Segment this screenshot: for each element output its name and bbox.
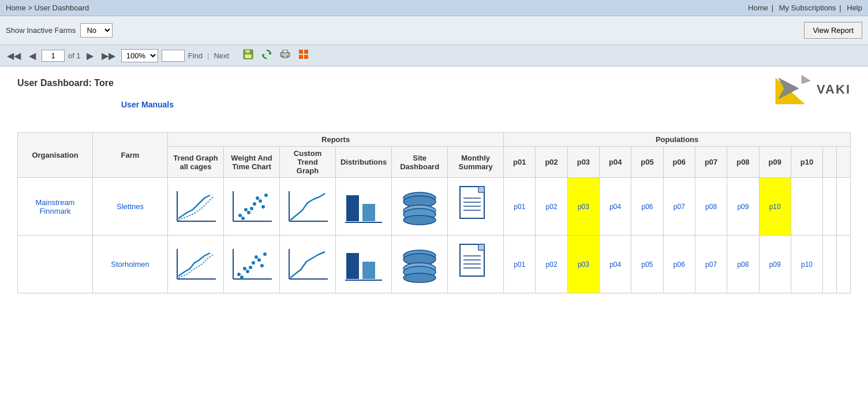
svg-point-25 <box>261 205 265 209</box>
pop-link-s-02[interactable]: p02 <box>546 203 558 211</box>
pop-link-st-09[interactable]: p09 <box>769 261 781 269</box>
pop-col-3: p03 <box>567 147 599 178</box>
zoom-select[interactable]: 50% 75% 100% 125% 150% 200% <box>121 49 158 62</box>
farm-cell: Slettnes <box>93 178 168 236</box>
svg-point-56 <box>252 261 255 265</box>
custom-trend-cell-2[interactable] <box>280 236 336 293</box>
pop-cell-s-07[interactable]: p07 <box>663 178 695 236</box>
pop-link-s-07[interactable]: p07 <box>674 203 685 211</box>
pop-cell-s-03[interactable]: p03 <box>567 178 599 236</box>
bar-chart-icon-1 <box>341 184 387 230</box>
nav-home[interactable]: Home <box>748 3 768 12</box>
sub-header-weight-time: Weight And Time Chart <box>224 147 280 178</box>
pop-cell-st-02[interactable]: p02 <box>536 236 567 293</box>
pop-cell-st-03[interactable]: p03 <box>567 236 599 293</box>
pop-link-s-08[interactable]: p08 <box>705 203 717 211</box>
nav-subscriptions[interactable]: My Subscriptions <box>779 3 836 12</box>
svg-rect-12 <box>304 55 308 59</box>
save-icon <box>243 49 253 59</box>
monthly-summary-cell-2[interactable] <box>448 236 504 293</box>
save-icon-button[interactable] <box>241 48 256 63</box>
pop-link-st-06[interactable]: p06 <box>674 261 685 269</box>
org-cell-2 <box>18 236 93 293</box>
header-row: User Dashboard: Tore User Manuals VAKI <box>17 78 851 126</box>
trend-graph-icon-1 <box>173 184 219 230</box>
pop-cell-st-01[interactable]: p01 <box>504 236 536 293</box>
pop-cell-st-05[interactable]: p05 <box>631 236 663 293</box>
org-name: Mainstream Finnmark <box>36 198 75 215</box>
pop-cell-st-06[interactable]: p06 <box>663 236 695 293</box>
breadcrumb-home[interactable]: Home <box>6 3 26 12</box>
svg-rect-9 <box>299 50 303 54</box>
pop-link-st-07[interactable]: p07 <box>705 261 717 269</box>
svg-rect-44 <box>478 187 484 192</box>
inactive-farms-select[interactable]: No Yes <box>80 23 113 38</box>
pop-col-1: p01 <box>504 147 536 178</box>
refresh-icon <box>261 49 272 59</box>
trend-all-cages-cell-2[interactable] <box>168 236 224 293</box>
last-page-button[interactable]: ▶▶ <box>99 49 118 62</box>
pop-cell-st-04[interactable]: p04 <box>600 236 631 293</box>
print-icon <box>280 49 290 59</box>
svg-point-55 <box>246 270 249 273</box>
data-table: Organisation Farm Reports Populations Tr… <box>17 132 851 293</box>
site-dashboard-cell-2[interactable] <box>392 236 448 293</box>
print-icon-button[interactable] <box>278 48 293 63</box>
pop-cell-st-07[interactable]: p07 <box>695 236 727 293</box>
trend-all-cages-cell-1[interactable] <box>168 178 224 236</box>
custom-trend-cell-1[interactable] <box>280 178 336 236</box>
pop-cell-s-02[interactable]: p02 <box>536 178 567 236</box>
col-header-org: Organisation <box>18 133 93 178</box>
pop-cell-st-08[interactable]: p08 <box>727 236 759 293</box>
pop-link-s-03[interactable]: p03 <box>578 203 589 211</box>
refresh-icon-button[interactable] <box>259 48 274 63</box>
distributions-cell-1[interactable] <box>336 178 392 236</box>
weight-time-cell-1[interactable] <box>224 178 280 236</box>
farm-link-slettnes[interactable]: Slettnes <box>117 202 144 211</box>
scatter-chart-icon-2 <box>229 241 275 288</box>
user-manuals-link[interactable]: User Manuals <box>121 100 174 109</box>
pop-link-st-02[interactable]: p02 <box>546 261 558 269</box>
pop-cell-s-01[interactable]: p01 <box>504 178 536 236</box>
pop-cell-s-08[interactable]: p08 <box>695 178 727 236</box>
view-report-button[interactable]: View Report <box>804 22 862 39</box>
svg-rect-32 <box>346 195 359 221</box>
svg-point-23 <box>253 202 256 206</box>
page-number-input[interactable]: 1 <box>42 50 65 62</box>
pop-link-st-08[interactable]: p08 <box>737 261 749 269</box>
weight-time-cell-2[interactable] <box>224 236 280 293</box>
find-label: Find <box>188 51 203 60</box>
monthly-summary-cell-1[interactable] <box>448 178 504 236</box>
breadcrumb: Home > User Dashboard <box>6 3 89 12</box>
pop-link-s-04[interactable]: p04 <box>609 203 621 211</box>
pop-cell-s-06a[interactable]: p06 <box>631 178 663 236</box>
export-icon-button[interactable] <box>296 48 311 63</box>
pop-link-st-05[interactable]: p05 <box>641 261 653 269</box>
distributions-cell-2[interactable] <box>336 236 392 293</box>
page-total: of 1 <box>68 51 81 60</box>
pop-cell-st-09[interactable]: p09 <box>759 236 791 293</box>
pop-cell-st-empty2 <box>837 236 851 293</box>
first-page-button[interactable]: ◀◀ <box>5 49 23 62</box>
top-nav: Home > User Dashboard Home | My Subscrip… <box>0 0 868 16</box>
pop-link-st-01[interactable]: p01 <box>514 261 525 269</box>
pop-link-s-10[interactable]: p10 <box>769 203 781 211</box>
pop-link-s-06a[interactable]: p06 <box>641 203 653 211</box>
pop-cell-s-10[interactable]: p10 <box>759 178 791 236</box>
svg-point-54 <box>243 267 246 270</box>
pop-link-st-04[interactable]: p04 <box>609 261 621 269</box>
site-dashboard-cell-1[interactable] <box>392 178 448 236</box>
pop-cell-s-04[interactable]: p04 <box>600 178 631 236</box>
farm-link-storholmen[interactable]: Storholmen <box>111 260 149 269</box>
pop-link-s-01[interactable]: p01 <box>514 203 525 211</box>
pop-link-st-10[interactable]: p10 <box>801 261 813 269</box>
next-page-button[interactable]: ▶ <box>84 49 96 62</box>
pop-cell-s-09[interactable]: p09 <box>727 178 759 236</box>
nav-help[interactable]: Help <box>847 3 862 12</box>
pop-cell-st-10[interactable]: p10 <box>791 236 822 293</box>
prev-page-button[interactable]: ◀ <box>27 49 38 62</box>
pop-link-st-03[interactable]: p03 <box>578 261 589 269</box>
find-input[interactable] <box>162 50 185 62</box>
svg-point-22 <box>247 211 250 214</box>
pop-link-s-09[interactable]: p09 <box>737 203 749 211</box>
